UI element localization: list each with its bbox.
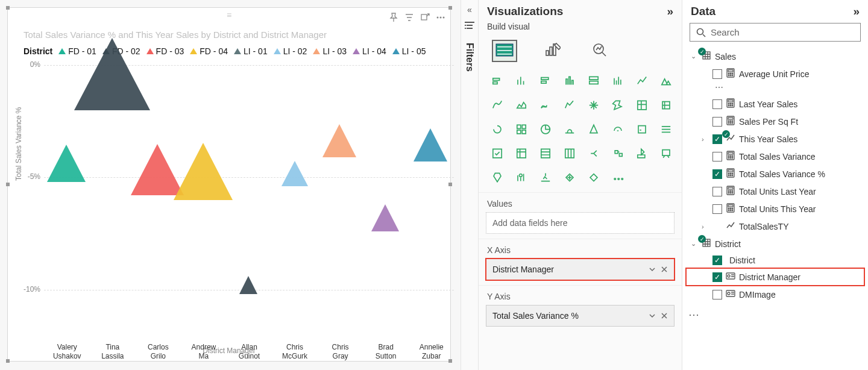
legend-item[interactable]: LI - 05 — [392, 46, 426, 56]
visual-type-button[interactable] — [583, 71, 604, 91]
visual-type-button[interactable] — [487, 143, 508, 163]
visual-type-button[interactable] — [583, 95, 604, 115]
visual-type-button[interactable] — [656, 119, 676, 139]
table-row[interactable]: ⌄✓District — [686, 235, 864, 252]
visual-type-button[interactable] — [511, 143, 532, 163]
field-row[interactable]: ›TotalSalesTY — [686, 218, 864, 235]
data-point[interactable] — [174, 143, 233, 200]
format-visual-tab[interactable] — [541, 39, 564, 63]
visual-type-button[interactable] — [511, 95, 532, 115]
legend-item[interactable]: LI - 01 — [234, 46, 268, 56]
data-point[interactable] — [74, 38, 150, 110]
fields-search-input[interactable]: Search — [690, 23, 861, 42]
legend-item[interactable]: LI - 04 — [353, 46, 386, 56]
field-checkbox[interactable] — [712, 117, 722, 127]
field-row[interactable]: Sales Per Sq Ft — [686, 113, 864, 130]
field-row[interactable]: ✓District Manager — [686, 268, 864, 286]
pin-icon[interactable] — [389, 13, 398, 22]
field-row[interactable]: Total Units Last Year — [686, 183, 864, 200]
field-checkbox[interactable] — [712, 290, 722, 299]
visual-type-button[interactable] — [608, 71, 628, 91]
field-checkbox[interactable] — [712, 187, 722, 196]
visual-type-button[interactable] — [487, 71, 508, 91]
visual-type-button[interactable] — [656, 143, 676, 163]
resize-handle[interactable] — [6, 359, 10, 363]
drag-grip-icon[interactable]: ≡ — [227, 10, 231, 20]
visual-type-button[interactable] — [559, 119, 580, 139]
visual-type-button[interactable] — [583, 167, 604, 187]
field-row[interactable]: Average Unit Price — [686, 65, 864, 83]
field-checkbox[interactable]: ✓ — [712, 272, 722, 282]
field-checkbox[interactable]: ✓ — [712, 134, 722, 144]
analytics-tab[interactable] — [588, 39, 611, 63]
legend-item[interactable]: FD - 03 — [146, 46, 184, 56]
data-point[interactable] — [371, 204, 399, 231]
values-field-well[interactable]: Add data fields here — [486, 212, 675, 234]
collapse-pane-icon[interactable]: » — [853, 5, 860, 18]
build-visual-tab[interactable] — [492, 40, 517, 62]
visual-type-button[interactable] — [535, 95, 556, 115]
visual-type-button[interactable] — [583, 119, 604, 139]
visual-type-button[interactable] — [487, 167, 508, 187]
field-row[interactable]: Total Sales Variance — [686, 148, 864, 165]
remove-field-icon[interactable] — [661, 312, 668, 319]
caret-right-icon[interactable]: › — [702, 136, 709, 143]
field-row[interactable]: Total Units This Year — [686, 200, 864, 218]
visual-type-button[interactable] — [632, 71, 652, 91]
field-checkbox[interactable] — [712, 152, 722, 161]
visual-type-button[interactable] — [535, 167, 556, 187]
visual-type-button[interactable] — [632, 119, 652, 139]
visual-type-button[interactable] — [535, 71, 556, 91]
filter-icon[interactable] — [465, 22, 474, 32]
chevron-down-icon[interactable] — [649, 266, 656, 273]
visual-type-button[interactable] — [608, 95, 628, 115]
visual-type-button[interactable] — [583, 143, 604, 163]
visual-type-button[interactable] — [487, 119, 508, 139]
focus-mode-icon[interactable] — [420, 13, 430, 22]
resize-handle[interactable] — [448, 6, 452, 10]
visual-type-button[interactable] — [511, 119, 532, 139]
visual-type-button[interactable] — [535, 119, 556, 139]
field-row[interactable]: Last Year Sales — [686, 95, 864, 113]
caret-down-icon[interactable]: ⌄ — [691, 240, 698, 248]
collapse-pane-icon[interactable]: » — [667, 5, 673, 18]
visual-type-button[interactable] — [535, 143, 556, 163]
caret-down-icon[interactable]: ⌄ — [691, 52, 698, 60]
field-row[interactable]: ›✓✓This Year Sales — [686, 130, 864, 148]
visual-type-button[interactable] — [487, 95, 508, 115]
remove-field-icon[interactable] — [661, 266, 668, 273]
chevron-down-icon[interactable] — [649, 312, 656, 319]
field-row[interactable]: ✓District — [686, 252, 864, 268]
data-point[interactable] — [239, 276, 257, 294]
yaxis-field-well[interactable]: Total Sales Variance % — [486, 305, 675, 327]
visual-frame[interactable]: ≡ Total Sales Variance % and This Year S… — [7, 7, 451, 362]
resize-handle[interactable] — [6, 6, 10, 10]
more-options-icon[interactable]: ⋯ — [682, 306, 868, 324]
field-checkbox[interactable] — [712, 99, 722, 109]
chart-plot-area[interactable]: 0%-5%-10%ValeryUshakovTinaLassilaCarlosG… — [44, 65, 454, 336]
visual-type-button[interactable] — [511, 71, 532, 91]
field-row[interactable]: ✓Total Sales Variance % — [686, 165, 864, 183]
field-checkbox[interactable] — [712, 69, 722, 79]
visual-type-button[interactable] — [656, 71, 676, 91]
legend-item[interactable]: LI - 03 — [313, 46, 347, 56]
visual-type-button[interactable] — [608, 167, 628, 187]
data-point[interactable] — [322, 124, 356, 157]
more-options-icon[interactable] — [436, 13, 445, 22]
field-checkbox[interactable]: ✓ — [712, 169, 722, 179]
data-point[interactable] — [281, 161, 308, 186]
visual-type-button[interactable] — [559, 71, 580, 91]
visual-type-button[interactable] — [608, 143, 628, 163]
data-point[interactable] — [414, 128, 447, 161]
xaxis-field-well[interactable]: District Manager — [486, 259, 675, 280]
more-options-icon[interactable]: ⋯ — [686, 83, 864, 95]
field-checkbox[interactable] — [712, 204, 722, 214]
visual-type-button[interactable] — [559, 95, 580, 115]
visual-type-button[interactable] — [632, 143, 652, 163]
report-canvas[interactable]: ≡ Total Sales Variance % and This Year S… — [0, 0, 461, 370]
legend-item[interactable]: FD - 04 — [190, 46, 228, 56]
caret-right-icon[interactable]: › — [702, 223, 709, 230]
data-point[interactable] — [47, 145, 86, 182]
visual-type-button[interactable] — [559, 143, 580, 163]
visual-type-button[interactable] — [608, 119, 628, 139]
